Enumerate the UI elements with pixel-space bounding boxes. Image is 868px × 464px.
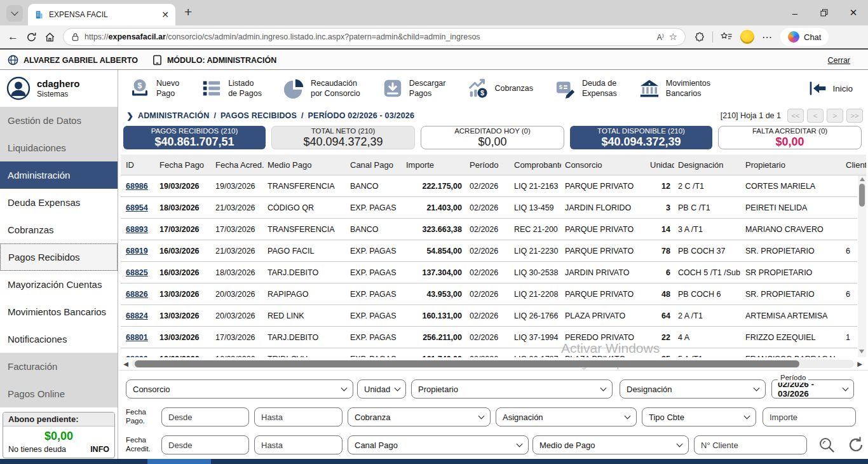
cell-canal-pago: EXP. PAGAS	[346, 311, 402, 320]
scroll-left-icon[interactable]: ◀	[122, 360, 130, 367]
payment-id-link[interactable]: 68824	[126, 311, 148, 320]
sidebar-item-administracion[interactable]: Administración	[0, 161, 118, 189]
movimientos-bancarios-button[interactable]: MovimientosBancarios	[639, 78, 710, 99]
payment-id-link[interactable]: 68826	[126, 290, 148, 299]
collections-star-icon[interactable]	[721, 31, 733, 43]
tab-search-chevron-button[interactable]	[6, 5, 23, 22]
sidebar-item-notificaciones[interactable]: Notificaciones	[0, 325, 118, 353]
sidebar-item-deuda-expensas[interactable]: Deuda Expensas	[0, 189, 118, 216]
sidebar-item-liquidaciones[interactable]: Liquidaciones	[0, 134, 118, 161]
search-icon[interactable]	[817, 435, 836, 454]
read-aloud-icon[interactable]: A)	[657, 32, 664, 42]
recaudacion-por-consorcio-button[interactable]: Recaudaciónpor Consorcio	[283, 78, 360, 99]
tipo-cbte-select[interactable]: Tipo Cbte	[642, 407, 756, 426]
sidebar-item-mayorizacion-cuentas[interactable]: Mayorización Cuentas	[0, 271, 118, 298]
cell-propietario: MARIANO CRAVERO	[742, 225, 842, 234]
home-icon[interactable]	[44, 32, 55, 43]
browser-tab[interactable]: EXPENSA FACIL ✕	[28, 4, 175, 25]
descargar-pagos-button[interactable]: DescargarPagos	[382, 78, 446, 99]
pagination-last-button[interactable]: >>	[846, 109, 863, 123]
favorite-star-icon[interactable]: ☆	[669, 31, 677, 43]
cell-fecha-pago: 13/03/2026	[156, 290, 212, 299]
cell-fecha-pago: 13/03/2026	[156, 333, 212, 342]
home-arrow-icon	[808, 80, 827, 97]
cell-propietario: FRANCISCO BARRAGAI	[742, 355, 842, 358]
cell-periodo: 02/2026	[466, 290, 510, 299]
pagination-summary: [210] Hoja 1 de 1	[721, 111, 781, 120]
refresh-search-icon[interactable]	[846, 435, 865, 454]
breadcrumb-pagos-recibidos[interactable]: PAGOS RECIBIDOS	[220, 111, 297, 120]
scroll-right-icon[interactable]: ▶	[856, 360, 864, 367]
payment-id-link[interactable]: 68800	[126, 355, 148, 358]
nuevo-pago-button[interactable]: $ NuevoPago	[129, 78, 179, 99]
svg-text:$: $	[559, 83, 563, 90]
propietario-select[interactable]: Propietario	[411, 379, 613, 399]
inicio-button[interactable]: Inicio	[808, 80, 853, 97]
payment-id-link[interactable]: 68801	[126, 333, 148, 342]
sidebar-item-facturacion[interactable]: Facturación	[0, 353, 118, 380]
canal-pago-select[interactable]: Canal Pago	[348, 435, 529, 454]
pagination-next-button[interactable]: >	[827, 109, 843, 123]
unidad-select[interactable]: Unidad	[357, 379, 406, 399]
vertical-scroll-thumb[interactable]	[859, 184, 865, 207]
card-acreditado-hoy: ACREDITADO HOY (0)$0,00	[421, 126, 564, 149]
fecha-pago-desde-input[interactable]	[161, 407, 249, 426]
horizontal-scroll-thumb[interactable]	[135, 360, 799, 367]
close-session-link[interactable]: Cerrar	[828, 56, 850, 65]
listado-de-pagos-button[interactable]: Listadode Pagos	[201, 78, 262, 99]
payment-id-link[interactable]: 68825	[126, 268, 148, 277]
fecha-acredit-desde-input[interactable]	[161, 435, 249, 454]
sidebar-item-pagos-recibidos[interactable]: Pagos Recibidos	[0, 243, 118, 271]
cell-comprobante: LIQ 37-1994	[510, 333, 561, 342]
copilot-chat-button[interactable]: Chat	[780, 28, 829, 46]
designacion-select[interactable]: Designación	[620, 379, 766, 399]
browser-url-bar: ← https://expensafacil.ar/consorcio/cs/a…	[0, 25, 868, 50]
cell-fecha-acred: 18/03/2026	[212, 268, 264, 277]
chart-coin-icon: $	[467, 78, 489, 99]
abono-info-link[interactable]: INFO	[90, 445, 109, 454]
deuda-de-expensas-button[interactable]: $ Deuda deExpensas	[555, 78, 617, 99]
tab-close-icon[interactable]: ✕	[161, 10, 169, 19]
cell-medio-pago: RED LINK	[264, 311, 346, 320]
n-cliente-input[interactable]	[694, 435, 807, 454]
cell-medio-pago: TRANSFERENCIA	[264, 182, 346, 191]
payment-id-link[interactable]: 68954	[126, 203, 148, 212]
sidebar-item-cobranzas[interactable]: Cobranzas	[0, 216, 118, 243]
window-minimize-button[interactable]: –	[780, 0, 810, 25]
importe-input[interactable]	[763, 407, 856, 426]
sidebar-item-movimientos-bancarios[interactable]: Movimientos Bancarios	[0, 298, 118, 325]
payment-id-link[interactable]: 68919	[126, 247, 148, 256]
payment-id-link[interactable]: 68893	[126, 225, 148, 234]
module-header: ALVAREZ GABRIEL ALBERTO MÓDULO: ADMINIST…	[0, 51, 868, 70]
cobranzas-button[interactable]: $ Cobranzas	[467, 78, 532, 99]
vertical-scrollbar[interactable]	[858, 175, 866, 357]
cobranza-select[interactable]: Cobranza	[348, 407, 491, 426]
scroll-up-icon[interactable]	[860, 177, 865, 181]
pagination-first-button[interactable]: <<	[787, 109, 804, 123]
svg-text:$: $	[481, 89, 485, 97]
new-tab-button[interactable]: +	[184, 4, 192, 20]
asignacion-select[interactable]: Asignación	[496, 407, 637, 426]
window-close-button[interactable]: ✕	[839, 0, 868, 25]
more-options-icon[interactable]: ⋯	[762, 31, 773, 43]
fecha-pago-hasta-input[interactable]	[254, 407, 342, 426]
extensions-puzzle-icon[interactable]	[693, 31, 705, 43]
address-bar[interactable]: https://expensafacil.ar/consorcio/cs/adm…	[63, 28, 686, 46]
sidebar-item-gestion-de-datos[interactable]: Gestión de Datos	[0, 107, 118, 134]
table-row: 68954 18/03/2026 21/03/2026 CÓDIGO QR EX…	[121, 197, 857, 219]
breadcrumb-administracion[interactable]: ADMINISTRACIÓN	[138, 111, 210, 120]
scroll-down-icon[interactable]	[859, 350, 864, 353]
refresh-icon[interactable]	[26, 32, 37, 43]
consorcio-select[interactable]: Consorcio	[126, 379, 353, 399]
medio-de-pago-select[interactable]: Medio de Pago	[532, 435, 689, 454]
cell-unidad: 78	[646, 247, 674, 256]
window-restore-button[interactable]	[810, 0, 839, 25]
profile-avatar[interactable]	[740, 30, 754, 44]
back-icon[interactable]: ←	[8, 31, 18, 43]
horizontal-scrollbar[interactable]: ◀ ▶	[122, 358, 864, 369]
sidebar-item-pagos-online[interactable]: Pagos Online	[0, 380, 118, 407]
chevron-down-icon	[600, 385, 607, 392]
pagination-prev-button[interactable]: <	[807, 109, 824, 123]
payment-id-link[interactable]: 68986	[126, 182, 148, 191]
fecha-acredit-hasta-input[interactable]	[254, 435, 342, 454]
